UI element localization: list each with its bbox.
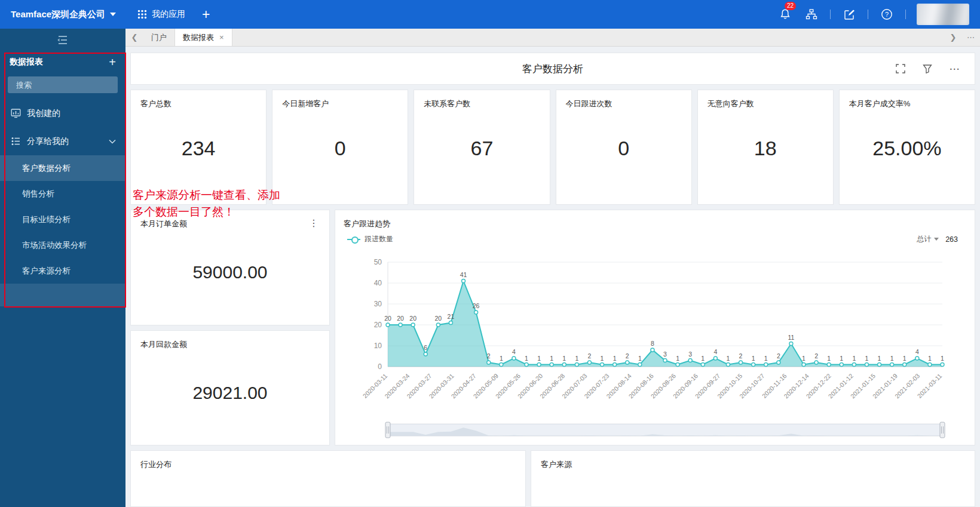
- svg-text:20: 20: [397, 315, 404, 322]
- chevron-down-icon: [109, 139, 116, 144]
- industry-distribution-card: 行业分布: [130, 450, 526, 507]
- tab-data-report[interactable]: 数据报表 ×: [175, 29, 232, 46]
- tab-scroll-left-button[interactable]: ❮: [125, 29, 143, 46]
- svg-text:41: 41: [460, 271, 467, 278]
- kpi-card-followups-today: 今日跟进次数 0: [556, 90, 692, 205]
- notifications-button[interactable]: 22: [777, 7, 793, 22]
- svg-text:1: 1: [941, 355, 944, 362]
- user-avatar[interactable]: [917, 4, 969, 25]
- kpi-card-total-customers: 客户总数 234: [130, 90, 267, 205]
- fullscreen-button[interactable]: [895, 63, 906, 75]
- svg-text:1: 1: [890, 355, 894, 362]
- sidebar-subitem-sales-analysis[interactable]: 销售分析: [0, 181, 125, 207]
- svg-text:6: 6: [424, 344, 427, 351]
- svg-text:1: 1: [878, 355, 881, 362]
- kpi-label: 本月客户成交率%: [849, 99, 965, 109]
- svg-text:1: 1: [550, 355, 553, 362]
- subitem-label: 目标业绩分析: [22, 214, 71, 225]
- filter-icon: [923, 64, 932, 73]
- topbar-divider: [905, 10, 906, 19]
- sidebar-item-shared-with-me[interactable]: 分享给我的: [0, 127, 125, 155]
- collapse-sidebar-button[interactable]: [56, 35, 69, 45]
- card-label: 行业分布: [140, 459, 516, 470]
- svg-text:1: 1: [601, 355, 604, 362]
- collapse-menu-icon: [56, 35, 69, 45]
- legend-label: 跟进数量: [365, 234, 393, 244]
- svg-text:2: 2: [588, 352, 592, 359]
- chevron-down-icon: [934, 238, 939, 241]
- svg-text:2: 2: [487, 352, 491, 359]
- svg-text:3: 3: [663, 351, 667, 358]
- svg-text:4: 4: [713, 348, 717, 355]
- total-value: 263: [945, 235, 958, 244]
- svg-text:20: 20: [435, 315, 442, 322]
- legend-item-followups[interactable]: 跟进数量: [347, 234, 393, 244]
- svg-text:1: 1: [802, 355, 806, 362]
- svg-text:1: 1: [500, 355, 503, 362]
- company-name: Teamface深圳企典公司: [11, 9, 105, 20]
- dashboard-header: 客户数据分析 ⋯: [130, 53, 975, 85]
- close-tab-icon[interactable]: ×: [219, 33, 224, 42]
- chart-board-icon: [11, 108, 21, 118]
- tabbar: ❮ 门户 数据报表 × ❯ ⋯: [125, 29, 980, 47]
- company-switcher[interactable]: Teamface深圳企典公司: [11, 9, 116, 20]
- sidebar-subitem-customer-source[interactable]: 客户来源分析: [0, 258, 125, 284]
- sidebar-subitem-customer-data-analysis[interactable]: 客户数据分析: [0, 155, 125, 181]
- sidebar-item-my-created[interactable]: 我创建的: [0, 99, 125, 127]
- svg-text:20: 20: [384, 315, 391, 322]
- tab-label: 门户: [151, 32, 167, 43]
- svg-text:1: 1: [525, 355, 528, 362]
- sidebar-item-label: 分享给我的: [27, 136, 69, 147]
- svg-text:40: 40: [374, 279, 382, 287]
- org-structure-button[interactable]: [804, 7, 819, 22]
- svg-text:1: 1: [928, 355, 932, 362]
- card-value: 29021.00: [140, 383, 320, 403]
- help-button[interactable]: ?: [879, 7, 895, 22]
- fullscreen-icon: [896, 64, 905, 73]
- filter-button[interactable]: [921, 63, 933, 75]
- avatar-image: [917, 4, 969, 25]
- my-apps-button[interactable]: 我的应用: [137, 9, 185, 20]
- svg-text:8: 8: [651, 340, 654, 347]
- kpi-card-deal-rate: 本月客户成交率% 25.00%: [839, 90, 975, 205]
- svg-text:11: 11: [788, 334, 794, 341]
- card-value: 59000.00: [140, 262, 320, 282]
- sidebar-subitem-target-performance[interactable]: 目标业绩分析: [0, 207, 125, 232]
- tab-label: 数据报表: [183, 32, 214, 43]
- search-input[interactable]: [16, 81, 121, 90]
- svg-text:50: 50: [374, 258, 382, 266]
- my-apps-label: 我的应用: [152, 9, 185, 20]
- subitem-label: 市场活动效果分析: [22, 240, 87, 251]
- svg-text:26: 26: [473, 302, 480, 309]
- kpi-card-uncontacted-customers: 未联系客户数 67: [414, 90, 550, 205]
- compose-button[interactable]: [841, 7, 857, 22]
- total-dropdown[interactable]: 总计: [917, 234, 931, 244]
- datazoom-handle[interactable]: [385, 422, 390, 438]
- more-options-button[interactable]: ⋯: [948, 63, 960, 75]
- add-report-button[interactable]: +: [109, 56, 116, 68]
- tab-scroll-right-button[interactable]: ❯: [944, 29, 962, 46]
- datazoom-handle[interactable]: [940, 422, 945, 438]
- svg-text:20: 20: [374, 321, 382, 329]
- svg-text:1: 1: [752, 355, 755, 362]
- sidebar-subitem-marketing-effect[interactable]: 市场活动效果分析: [0, 232, 125, 258]
- page-title: 客户数据分析: [522, 62, 583, 76]
- svg-text:2: 2: [739, 352, 743, 359]
- kpi-label: 无意向客户数: [708, 99, 823, 109]
- sidebar-search: [8, 76, 118, 93]
- card-label: 客户来源: [541, 459, 965, 470]
- card-menu-button[interactable]: ⋮: [305, 216, 322, 230]
- svg-text:1: 1: [562, 355, 566, 362]
- kpi-row: 客户总数 234 今日新增客户 0 未联系客户数 67 今日跟进次数 0: [130, 90, 975, 205]
- tab-portal[interactable]: 门户: [143, 29, 175, 46]
- total-selector: 总计 263: [917, 234, 958, 244]
- subitem-label: 销售分析: [22, 189, 54, 199]
- datazoom-slider[interactable]: [385, 422, 945, 438]
- svg-text:1: 1: [827, 355, 831, 362]
- kpi-card-no-intent-customers: 无意向客户数 18: [697, 90, 834, 205]
- tab-more-button[interactable]: ⋯: [962, 29, 980, 46]
- svg-text:21: 21: [448, 313, 455, 320]
- add-app-button[interactable]: +: [202, 8, 210, 21]
- kpi-label: 今日新增客户: [282, 99, 398, 109]
- kpi-label: 客户总数: [140, 99, 256, 109]
